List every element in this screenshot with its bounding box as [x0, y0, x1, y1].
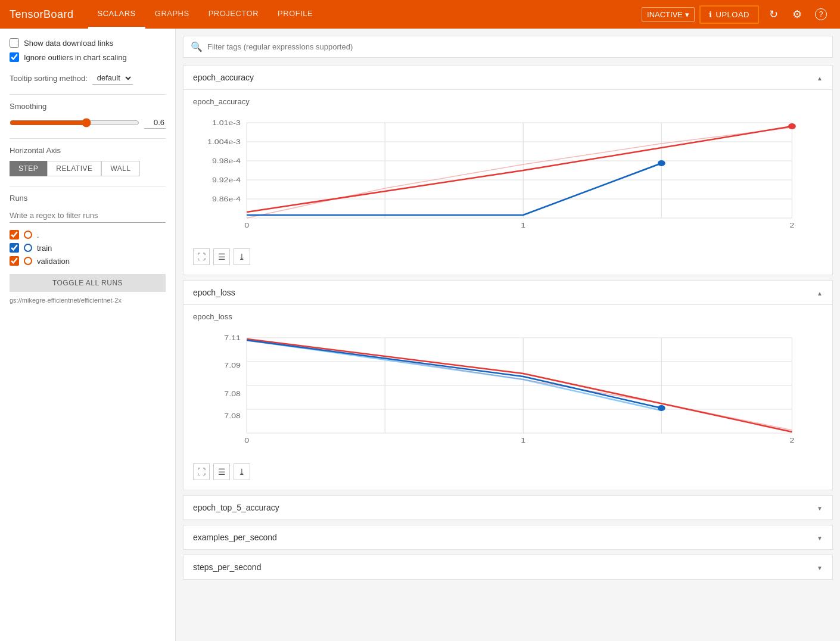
inactive-dropdown[interactable]: INACTIVE ▾ [642, 7, 695, 22]
accordion-steps-per-sec: steps_per_second [183, 555, 833, 580]
topnav: TensorBoard SCALARS GRAPHS PROJECTOR PRO… [0, 0, 840, 29]
runs-section: Runs . train validation TOGGLE ALL RUNS … [10, 194, 166, 304]
filter-input[interactable] [207, 42, 825, 51]
svg-text:1: 1 [521, 437, 525, 444]
svg-point-19 [788, 123, 796, 129]
nav-graphs[interactable]: GRAPHS [145, 0, 199, 29]
filter-bar: 🔍 [183, 36, 833, 58]
upload-button[interactable]: ℹ UPLOAD [699, 5, 759, 24]
inactive-label: INACTIVE [647, 10, 683, 19]
axis-relative-button[interactable]: RELATIVE [47, 161, 101, 176]
upload-icon: ℹ [709, 10, 713, 19]
refresh-button[interactable]: ↻ [764, 5, 783, 24]
accordion-epoch-loss-header[interactable]: epoch_loss [183, 281, 832, 305]
sidebar-options: Show data download links Ignore outliers… [10, 38, 166, 62]
chart-epoch-accuracy: epoch_accuracy [193, 97, 823, 265]
svg-text:7.08: 7.08 [224, 390, 241, 397]
chevron-down-steps-icon [817, 562, 823, 572]
divider-3 [10, 186, 166, 186]
smoothing-slider[interactable] [10, 118, 139, 127]
smoothing-value: 0.6 [144, 117, 166, 129]
runs-filter-input[interactable] [10, 209, 166, 223]
run-train-label: train [37, 244, 52, 253]
tooltip-row: Tooltip sorting method: default [10, 71, 166, 85]
axis-title: Horizontal Axis [10, 146, 166, 155]
refresh-icon: ↻ [769, 8, 778, 21]
toggle-all-button[interactable]: TOGGLE ALL RUNS [10, 274, 166, 292]
run-validation-circle [24, 257, 32, 265]
legend-button[interactable]: ☰ [213, 248, 230, 265]
show-download-label: Show data download links [24, 39, 113, 48]
show-download-row: Show data download links [10, 38, 166, 48]
ignore-outliers-label: Ignore outliers in chart scaling [24, 53, 127, 62]
svg-text:1: 1 [521, 222, 525, 229]
svg-text:1.004e-3: 1.004e-3 [207, 138, 241, 145]
brand: TensorBoard [10, 8, 74, 21]
run-dot-checkbox[interactable] [10, 230, 19, 239]
svg-text:1.01e-3: 1.01e-3 [212, 119, 241, 126]
accordion-epoch-accuracy-header[interactable]: epoch_accuracy [183, 66, 832, 90]
chart-epoch-accuracy-svg: 1.01e-3 1.004e-3 9.98e-4 9.92e-4 9.86e-4… [193, 111, 823, 242]
svg-point-20 [658, 160, 665, 166]
run-path: gs://mikegre-efficientnet/efficientnet-2… [10, 297, 166, 304]
axis-wall-button[interactable]: WALL [101, 161, 139, 176]
chart-epoch-accuracy-title: epoch_accuracy [193, 97, 823, 106]
settings-icon: ⚙ [792, 8, 802, 21]
svg-text:9.98e-4: 9.98e-4 [212, 157, 241, 164]
svg-text:9.92e-4: 9.92e-4 [212, 176, 241, 183]
svg-text:2: 2 [789, 437, 794, 444]
accordion-steps-per-sec-title: steps_per_second [193, 562, 261, 572]
accordion-epoch-accuracy-title: epoch_accuracy [193, 73, 254, 82]
run-train-checkbox[interactable] [10, 243, 19, 253]
help-icon: ? [815, 8, 827, 20]
accordion-steps-per-sec-header[interactable]: steps_per_second [183, 555, 832, 579]
ignore-outliers-row: Ignore outliers in chart scaling [10, 52, 166, 62]
accordion-epoch-loss-title: epoch_loss [193, 288, 235, 297]
download-button[interactable]: ⤓ [234, 248, 250, 265]
chevron-up-loss-icon [817, 288, 823, 297]
axis-section: Horizontal Axis STEP RELATIVE WALL [10, 146, 166, 176]
nav-profile[interactable]: PROFILE [268, 0, 322, 29]
accordion-epoch-top5-header[interactable]: epoch_top_5_accuracy [183, 496, 832, 519]
chart-epoch-accuracy-actions: ⛶ ☰ ⤓ [193, 248, 823, 265]
help-button[interactable]: ? [811, 5, 830, 24]
search-icon: 🔍 [191, 41, 203, 52]
ignore-outliers-checkbox[interactable] [10, 52, 19, 62]
svg-text:0: 0 [244, 222, 249, 229]
download-loss-button[interactable]: ⤓ [234, 463, 250, 480]
smoothing-section: Smoothing 0.6 [10, 102, 166, 129]
main-layout: Show data download links Ignore outliers… [0, 29, 840, 641]
chart-epoch-loss-actions: ⛶ ☰ ⤓ [193, 463, 823, 480]
expand-fullscreen-button[interactable]: ⛶ [193, 248, 210, 265]
accordion-examples-per-sec: examples_per_second [183, 525, 833, 550]
axis-step-button[interactable]: STEP [10, 161, 47, 176]
sidebar: Show data download links Ignore outliers… [0, 29, 176, 641]
svg-text:7.09: 7.09 [224, 362, 241, 369]
runs-title: Runs [10, 194, 166, 203]
chart-epoch-loss: epoch_loss [193, 312, 823, 480]
nav-projector[interactable]: PROJECTOR [199, 0, 268, 29]
legend-loss-button[interactable]: ☰ [213, 463, 230, 480]
run-validation-checkbox[interactable] [10, 256, 19, 266]
svg-text:7.08: 7.08 [224, 412, 241, 419]
accordion-examples-per-sec-header[interactable]: examples_per_second [183, 525, 832, 549]
expand-fullscreen-loss-button[interactable]: ⛶ [193, 463, 210, 480]
inactive-chevron: ▾ [685, 10, 689, 19]
nav-links: SCALARS GRAPHS PROJECTOR PROFILE [88, 0, 642, 29]
svg-text:7.11: 7.11 [224, 334, 241, 341]
smoothing-title: Smoothing [10, 102, 166, 111]
tooltip-select[interactable]: default [92, 71, 133, 85]
show-download-checkbox[interactable] [10, 38, 19, 48]
accordion-epoch-accuracy-body: epoch_accuracy [183, 90, 832, 275]
smoothing-row: 0.6 [10, 117, 166, 129]
chart-epoch-loss-svg: 7.11 7.09 7.08 7.08 0 1 2 [193, 326, 823, 457]
accordion-epoch-loss-body: epoch_loss [183, 305, 832, 490]
upload-label: UPLOAD [716, 10, 749, 19]
settings-button[interactable]: ⚙ [788, 5, 807, 24]
accordion-epoch-accuracy: epoch_accuracy epoch_accuracy [183, 65, 833, 275]
divider-2 [10, 138, 166, 139]
run-train-circle [24, 244, 32, 252]
nav-scalars[interactable]: SCALARS [88, 0, 145, 29]
svg-text:0: 0 [244, 437, 249, 444]
topnav-right: INACTIVE ▾ ℹ UPLOAD ↻ ⚙ ? [642, 5, 830, 24]
